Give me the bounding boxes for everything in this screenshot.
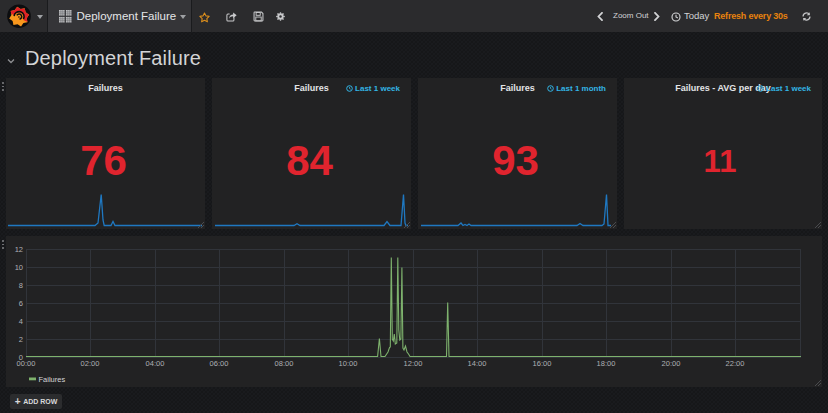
svg-text:Failures: Failures bbox=[39, 375, 66, 384]
svg-text:6: 6 bbox=[19, 299, 23, 308]
svg-text:02:00: 02:00 bbox=[81, 359, 100, 368]
svg-text:16:00: 16:00 bbox=[533, 359, 552, 368]
svg-text:22:00: 22:00 bbox=[726, 359, 745, 368]
svg-text:2: 2 bbox=[19, 335, 23, 344]
svg-text:20:00: 20:00 bbox=[662, 359, 681, 368]
svg-text:4: 4 bbox=[19, 317, 23, 326]
svg-text:08:00: 08:00 bbox=[275, 359, 294, 368]
svg-text:18:00: 18:00 bbox=[597, 359, 616, 368]
svg-text:12:00: 12:00 bbox=[404, 359, 423, 368]
svg-text:12: 12 bbox=[15, 245, 23, 254]
svg-text:00:00: 00:00 bbox=[17, 359, 36, 368]
svg-text:8: 8 bbox=[19, 281, 23, 290]
svg-text:10:00: 10:00 bbox=[339, 359, 358, 368]
svg-text:04:00: 04:00 bbox=[146, 359, 165, 368]
svg-text:14:00: 14:00 bbox=[468, 359, 487, 368]
svg-text:10: 10 bbox=[15, 263, 23, 272]
svg-text:06:00: 06:00 bbox=[210, 359, 229, 368]
